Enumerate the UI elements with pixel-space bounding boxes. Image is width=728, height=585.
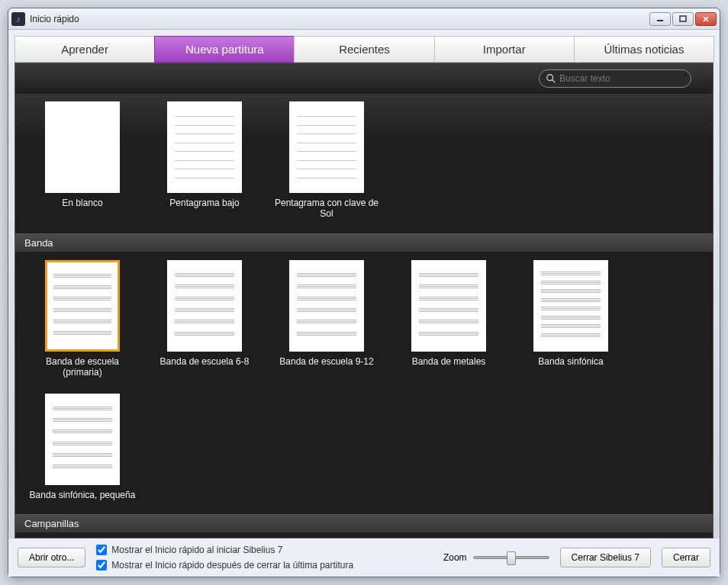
bottom-bar: Abrir otro... Mostrar el Inicio rápido a… — [8, 538, 720, 577]
content-area: En blanco Pentagrama bajo Pentagrama con… — [14, 63, 714, 538]
template-label: Pentagrama bajo — [151, 198, 258, 208]
template-school-band-primary[interactable]: Banda de escuela (primaria) — [29, 260, 136, 378]
svg-rect-0 — [657, 20, 663, 21]
tab-recent[interactable]: Recientes — [294, 36, 434, 63]
window-title: Inicio rápido — [30, 14, 649, 24]
checkbox-label: Mostrar el Inicio rápido después de cerr… — [111, 560, 353, 571]
svg-line-3 — [552, 80, 556, 83]
template-label: Banda de escuela 9-12 — [273, 356, 380, 367]
tab-import[interactable]: Importar — [434, 36, 575, 63]
template-label: Pentagrama con clave de Sol — [273, 198, 380, 220]
thumb-single-staff — [167, 101, 242, 193]
thumb-multi-staff — [45, 260, 120, 352]
template-symphonic-band[interactable]: Banda sinfónica — [517, 260, 624, 378]
zoom-slider[interactable] — [473, 556, 549, 559]
svg-rect-1 — [680, 16, 686, 21]
thumb-single-staff — [289, 101, 364, 193]
thumb-multi-staff — [167, 260, 242, 352]
banda-templates: Banda de escuela (primaria) Banda de esc… — [15, 252, 713, 514]
template-label: Banda sinfónica, pequeña — [29, 490, 136, 500]
thumb-multi-staff — [411, 260, 486, 352]
close-button[interactable]: Cerrar — [662, 548, 710, 567]
maximize-button[interactable] — [672, 12, 694, 26]
zoom-thumb[interactable] — [507, 551, 516, 565]
template-label: En blanco — [29, 198, 136, 208]
zoom-control: Zoom — [443, 552, 549, 563]
template-label: Banda de metales — [395, 356, 502, 367]
template-blank[interactable]: En blanco — [29, 101, 136, 220]
tab-news[interactable]: Últimas noticias — [574, 36, 714, 63]
checkbox-label: Mostrar el Inicio rápido al iniciar Sibe… — [111, 545, 282, 555]
search-icon — [546, 73, 556, 84]
template-scroll[interactable]: En blanco Pentagrama bajo Pentagrama con… — [15, 94, 713, 538]
main-tabs: Aprender Nueva partitura Recientes Impor… — [8, 30, 720, 63]
template-school-band-9-12[interactable]: Banda de escuela 9-12 — [273, 260, 380, 378]
thumb-multi-staff — [45, 394, 120, 485]
app-icon: ♪ — [11, 12, 25, 26]
maximize-icon — [679, 15, 687, 23]
close-icon — [702, 15, 710, 23]
minimize-button[interactable] — [649, 12, 671, 26]
zoom-label: Zoom — [443, 552, 467, 563]
svg-point-2 — [547, 75, 553, 81]
template-brass-band[interactable]: Banda de metales — [395, 260, 502, 378]
search-input[interactable] — [559, 73, 685, 84]
top-templates: En blanco Pentagrama bajo Pentagrama con… — [15, 94, 713, 233]
close-sibelius-button[interactable]: Cerrar Sibelius 7 — [560, 548, 651, 567]
open-other-button[interactable]: Abrir otro... — [18, 548, 85, 567]
template-school-band-6-8[interactable]: Banda de escuela 6-8 — [151, 260, 258, 378]
template-symphonic-band-small[interactable]: Banda sinfónica, pequeña — [29, 394, 136, 500]
check-show-after-close[interactable]: Mostrar el Inicio rápido después de cerr… — [96, 560, 433, 571]
template-label: Banda de escuela (primaria) — [29, 356, 136, 378]
thumb-multi-staff — [533, 260, 608, 352]
thumb-blank — [45, 101, 120, 193]
thumb-multi-staff — [289, 260, 364, 352]
tab-new-score[interactable]: Nueva partitura — [154, 36, 295, 63]
titlebar[interactable]: ♪ Inicio rápido — [8, 8, 720, 30]
checkbox-after-close[interactable] — [96, 560, 107, 571]
check-show-on-start[interactable]: Mostrar el Inicio rápido al iniciar Sibe… — [96, 545, 433, 555]
template-label: Banda sinfónica — [517, 356, 624, 367]
template-bass-staff[interactable]: Pentagrama bajo — [151, 101, 258, 220]
close-window-button[interactable] — [695, 12, 717, 26]
template-label: Banda de escuela 6-8 — [151, 356, 258, 367]
quick-start-window: ♪ Inicio rápido Aprender Nueva partitura… — [8, 8, 720, 577]
template-treble-staff[interactable]: Pentagrama con clave de Sol — [273, 101, 380, 220]
minimize-icon — [656, 15, 664, 23]
category-campanillas[interactable]: Campanillas — [15, 514, 713, 533]
tab-learn[interactable]: Aprender — [14, 36, 155, 63]
category-banda[interactable]: Banda — [15, 233, 713, 252]
search-box[interactable] — [539, 69, 691, 88]
checkbox-start[interactable] — [96, 545, 107, 555]
